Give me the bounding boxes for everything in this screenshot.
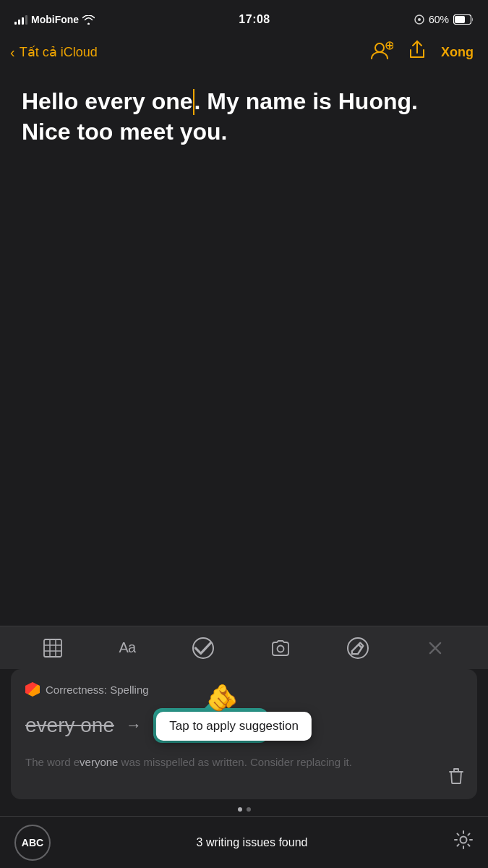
battery-percent: 60% [429, 14, 449, 25]
svg-rect-8 [44, 639, 61, 657]
add-collaborator-button[interactable] [370, 40, 393, 64]
suggestion-row[interactable]: every one → 🫵 everyone Tap to apply sugg… [25, 708, 463, 743]
svg-point-4 [375, 43, 384, 52]
nav-back-label: Tất cả iCloud [20, 44, 98, 60]
abc-button[interactable]: ABC [14, 825, 51, 861]
svg-rect-3 [455, 16, 465, 23]
description-part2: was misspelled as written. Consider repl… [118, 756, 351, 768]
marker-circle-icon [347, 637, 369, 659]
note-body[interactable]: Hello every one. My name is Huong. Nice … [22, 87, 466, 147]
battery-icon [453, 14, 474, 25]
bottom-bar: ABC 3 writing issues found [0, 816, 488, 868]
pagination-dots [238, 807, 251, 812]
svg-point-1 [418, 18, 421, 21]
table-button[interactable] [43, 639, 62, 658]
location-icon [414, 14, 424, 25]
wrong-word: every one [25, 714, 114, 737]
share-button[interactable] [408, 40, 427, 64]
font-label: Aa [119, 639, 135, 656]
wifi-icon [82, 15, 95, 25]
description-highlight: veryone [80, 756, 118, 768]
signal-icon [14, 14, 27, 25]
shield-icon [25, 682, 40, 697]
arrow-icon: → [126, 716, 142, 735]
card-description: The word everyone was misspelled as writ… [25, 754, 463, 770]
status-bar: MobiFone 17:08 60% [0, 0, 488, 35]
delete-button[interactable] [448, 767, 464, 788]
nav-back-button[interactable]: ‹ Tất cả iCloud [10, 44, 98, 61]
card-header: Correctness: Spelling [25, 682, 463, 697]
finger-pointer-icon: 🫵 [206, 683, 239, 713]
description-part1: The word e [25, 756, 80, 768]
camera-button[interactable] [271, 639, 290, 658]
dot-2 [247, 807, 251, 812]
card-title: Correctness: Spelling [46, 684, 149, 696]
suggestion-card: Correctness: Spelling every one → 🫵 ever… [11, 669, 477, 799]
dot-1 [238, 807, 242, 812]
settings-button[interactable] [453, 830, 474, 855]
formatting-toolbar: Aa [0, 626, 488, 669]
checklist-button[interactable] [192, 637, 214, 659]
svg-point-14 [460, 837, 466, 843]
nav-bar: ‹ Tất cả iCloud Xong [0, 35, 488, 72]
tooltip-text: Tap to apply suggestion [169, 719, 299, 733]
status-time: 17:08 [239, 13, 270, 26]
toolbar-close-button[interactable] [426, 639, 445, 658]
note-content: Hello every one. My name is Huong. Nice … [0, 72, 488, 506]
carrier-name: MobiFone [31, 14, 79, 25]
status-right: 60% [414, 14, 474, 25]
svg-point-13 [278, 645, 284, 652]
markup-button[interactable] [347, 637, 369, 659]
check-circle-icon [192, 637, 214, 659]
nav-actions: Xong [370, 40, 474, 64]
issues-count: 3 writing issues found [197, 836, 308, 849]
text-cursor [193, 89, 194, 115]
suggestion-bubble-container: 🫵 everyone Tap to apply suggestion [153, 708, 268, 743]
back-chevron-icon: ‹ [10, 44, 15, 61]
tap-tooltip: Tap to apply suggestion [156, 712, 312, 741]
status-left: MobiFone [14, 14, 95, 25]
done-button[interactable]: Xong [441, 45, 474, 60]
abc-label: ABC [22, 837, 43, 848]
font-button[interactable]: Aa [119, 639, 135, 656]
